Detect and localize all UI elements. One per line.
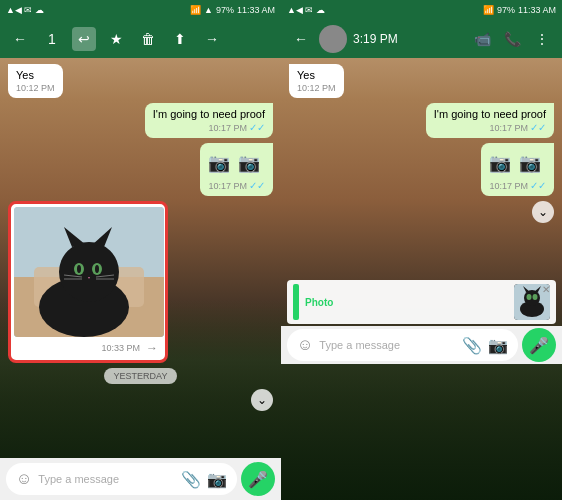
msg-sent-camera-right: 📷 📷 10:17 PM ✓✓: [481, 143, 554, 196]
camera-icon-1: 📷: [208, 152, 230, 174]
msg-text: I'm going to need proof: [153, 108, 265, 120]
emoji-icon-left[interactable]: ☺: [16, 470, 32, 488]
left-share-button[interactable]: ⬆: [168, 27, 192, 51]
left-back-button[interactable]: ←: [8, 27, 32, 51]
left-status-icons: ▲◀ ✉ ☁: [6, 5, 44, 15]
reply-label: Photo: [305, 297, 333, 308]
left-forward-button[interactable]: →: [200, 27, 224, 51]
scroll-down-button-right[interactable]: ⌄: [532, 201, 554, 223]
cat-photo: [14, 207, 164, 337]
yesterday-label: YESTERDAY: [104, 368, 178, 384]
attach-icon-left[interactable]: 📎: [181, 470, 201, 489]
left-status-bar: ▲◀ ✉ ☁ 📶 ▲ 97% 11:33 AM: [0, 0, 281, 20]
camera-icon-2: 📷: [238, 152, 260, 174]
msg-cat-image: 10:33 PM →: [8, 201, 168, 363]
right-signal: 📶: [483, 5, 494, 15]
right-time: 11:33 AM: [518, 5, 556, 15]
left-delete-button[interactable]: 🗑: [136, 27, 160, 51]
right-input-field[interactable]: ☺ Type a message 📎 📷: [287, 329, 518, 361]
right-battery: 97%: [497, 5, 515, 15]
left-signal-icon: 📶: [190, 5, 201, 15]
scroll-down-button[interactable]: ⌄: [251, 389, 273, 411]
left-reply-button[interactable]: ↩: [72, 27, 96, 51]
msg-text: Yes: [16, 69, 34, 81]
read-check-right: ✓✓: [530, 122, 546, 133]
camera-icon-r1: 📷: [489, 152, 511, 174]
read-check-icon: ✓✓: [249, 122, 265, 133]
left-wifi-icon: ▲: [204, 5, 213, 15]
left-screen: ▲◀ ✉ ☁ 📶 ▲ 97% 11:33 AM ← 1 ↩ ★ 🗑 ⬆ → Ye…: [0, 0, 281, 500]
svg-point-22: [533, 294, 538, 300]
svg-point-21: [527, 294, 532, 300]
attach-icon-right[interactable]: 📎: [462, 336, 482, 355]
svg-point-10: [95, 265, 99, 273]
msg-received-yes-left: Yes 10:12 PM: [8, 64, 63, 98]
camera-icon-r2: 📷: [519, 152, 541, 174]
camera-icon-input-right[interactable]: 📷: [488, 336, 508, 355]
msg-received-yes-right: Yes 10:12 PM: [289, 64, 344, 98]
right-back-button[interactable]: ←: [289, 27, 313, 51]
left-count-badge: 1: [40, 27, 64, 51]
mic-button-right[interactable]: 🎤: [522, 328, 556, 362]
more-options-button[interactable]: ⋮: [530, 27, 554, 51]
right-input-bar: ☺ Type a message 📎 📷 🎤: [281, 326, 562, 364]
contact-name: 3:19 PM: [353, 32, 464, 46]
msg-sent-proof-left: I'm going to need proof 10:17 PM ✓✓: [145, 103, 273, 138]
left-battery: 97%: [216, 5, 234, 15]
svg-point-4: [59, 242, 119, 302]
right-status-bar: ▲◀ ✉ ☁ 📶 97% 11:33 AM: [281, 0, 562, 20]
reply-accent: [293, 284, 299, 320]
msg-sent-proof-right: I'm going to need proof 10:17 PM ✓✓: [426, 103, 554, 138]
left-time: 11:33 AM: [237, 5, 275, 15]
left-input-placeholder: Type a message: [38, 473, 175, 485]
video-call-button[interactable]: 📹: [470, 27, 494, 51]
read-check-icon-2: ✓✓: [249, 180, 265, 191]
mic-button-left[interactable]: 🎤: [241, 462, 275, 496]
voice-call-button[interactable]: 📞: [500, 27, 524, 51]
right-input-placeholder: Type a message: [319, 339, 456, 351]
reply-close-button[interactable]: ✕: [542, 284, 550, 295]
left-input-field[interactable]: ☺ Type a message 📎 📷: [6, 463, 237, 495]
svg-point-18: [524, 290, 540, 306]
svg-point-9: [77, 265, 81, 273]
contact-avatar: [319, 25, 347, 53]
reply-preview-bar: Photo ✕: [287, 280, 556, 324]
forward-icon: →: [146, 341, 158, 355]
msg-text: Yes: [297, 69, 315, 81]
camera-icon-left[interactable]: 📷: [207, 470, 227, 489]
msg-text: I'm going to need proof: [434, 108, 546, 120]
right-status-icons: ▲◀ ✉ ☁: [287, 5, 325, 15]
right-screen: ▲◀ ✉ ☁ 📶 97% 11:33 AM ← 3:19 PM 📹 📞 ⋮ Ye…: [281, 0, 562, 500]
contact-info: 3:19 PM: [353, 32, 464, 46]
reply-text: Photo: [305, 297, 333, 308]
left-star-button[interactable]: ★: [104, 27, 128, 51]
msg-sent-camera-left: 📷 📷 10:17 PM ✓✓: [200, 143, 273, 196]
emoji-icon-right[interactable]: ☺: [297, 336, 313, 354]
read-check-camera-r: ✓✓: [530, 180, 546, 191]
